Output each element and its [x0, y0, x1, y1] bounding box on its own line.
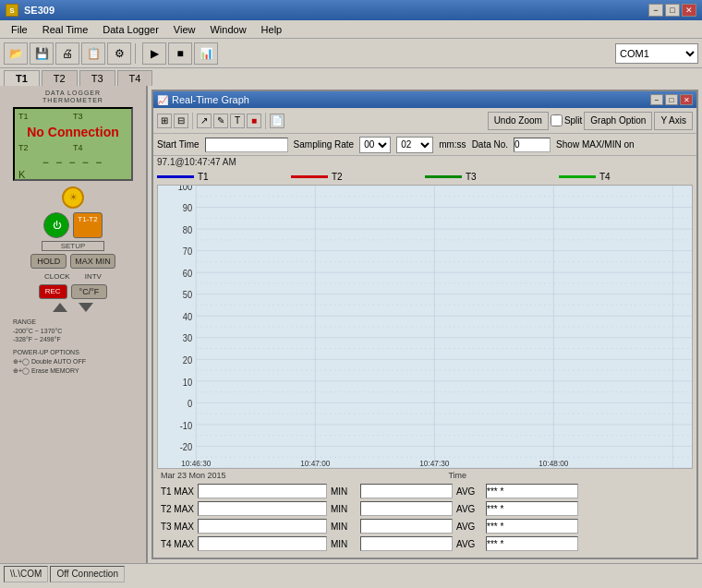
- t4-avg-input[interactable]: [486, 536, 578, 551]
- svg-text:10: 10: [183, 377, 193, 388]
- t1-avg-input[interactable]: [486, 484, 578, 498]
- graph-panel: 📈 Real-Time Graph − □ ✕ ⊞ ⊟ ↗ ✎ T ■: [148, 86, 702, 563]
- tab-t2[interactable]: T2: [42, 70, 78, 86]
- graph-maximize-button[interactable]: □: [665, 94, 678, 105]
- y-axis-button[interactable]: Y Axis: [654, 112, 693, 130]
- ch1-line: [157, 175, 194, 178]
- color-icon[interactable]: ■: [247, 114, 261, 128]
- t4-min-input[interactable]: [360, 536, 453, 551]
- play-button[interactable]: ▶: [142, 42, 166, 65]
- graph-window: 📈 Real-Time Graph − □ ✕ ⊞ ⊟ ↗ ✎ T ■: [151, 90, 698, 559]
- data-table: T1 MAX MIN AVG T2 MAX MIN AVG: [153, 480, 696, 558]
- t1-max-input[interactable]: [198, 484, 327, 498]
- ch4-legend: T4: [559, 172, 693, 182]
- menu-view[interactable]: View: [166, 22, 203, 37]
- max-min-button[interactable]: MAX MIN: [70, 254, 115, 269]
- menu-file[interactable]: File: [4, 22, 35, 37]
- minimize-button[interactable]: −: [648, 4, 663, 17]
- setup-label: SETUP: [42, 241, 105, 251]
- rate-select1[interactable]: 00 01 02: [359, 137, 391, 153]
- temp-unit-button[interactable]: °C/°F: [71, 284, 108, 299]
- tab-t1[interactable]: T1: [4, 70, 40, 86]
- new-icon[interactable]: 📄: [270, 114, 284, 128]
- svg-text:80: 80: [183, 224, 193, 235]
- t2-avg-input[interactable]: [486, 501, 578, 516]
- t4-max-label: T4 MAX: [157, 539, 194, 549]
- svg-text:70: 70: [183, 246, 193, 258]
- menu-help[interactable]: Help: [254, 22, 290, 37]
- menu-realtime[interactable]: Real Time: [35, 22, 96, 37]
- split-checkbox-wrap: Split: [551, 114, 582, 126]
- menu-datalogger[interactable]: Data Logger: [95, 22, 166, 37]
- data-row-t4: T4 MAX MIN AVG: [157, 536, 693, 551]
- t3-avg-input[interactable]: [486, 519, 578, 534]
- ch4-label: T4: [599, 172, 611, 182]
- rec-button[interactable]: REC: [39, 284, 67, 299]
- title-bar: S SE309 − □ ✕: [0, 0, 702, 20]
- ch-t3-label: T3: [73, 112, 127, 121]
- t2-max-input[interactable]: [198, 501, 327, 516]
- print-button[interactable]: 🖨: [55, 42, 79, 65]
- pencil-icon[interactable]: ✎: [213, 114, 228, 128]
- menu-bar: File Real Time Data Logger View Window H…: [0, 20, 702, 39]
- power-button[interactable]: ⏻: [43, 212, 69, 238]
- t2-min-input[interactable]: [360, 501, 453, 516]
- copy-button[interactable]: 📋: [81, 42, 105, 65]
- com-select[interactable]: COM1 COM2 COM3 COM4: [615, 43, 698, 64]
- close-button[interactable]: ✕: [682, 4, 696, 17]
- data-row-t1: T1 MAX MIN AVG: [157, 484, 693, 498]
- graph-close-button[interactable]: ✕: [680, 94, 693, 105]
- data-no-input[interactable]: [514, 138, 551, 152]
- tab-t3[interactable]: T3: [79, 70, 115, 86]
- data-row-t2: T2 MAX MIN AVG: [157, 501, 693, 516]
- tab-t4[interactable]: T4: [117, 70, 153, 86]
- intv-label: INTV: [79, 272, 107, 281]
- chart-button[interactable]: 📊: [194, 42, 218, 65]
- t3-min-input[interactable]: [360, 519, 453, 534]
- grid-icon1[interactable]: ⊞: [157, 114, 172, 128]
- t4-min-label: MIN: [331, 539, 357, 549]
- menu-window[interactable]: Window: [202, 22, 253, 37]
- down-arrow-button[interactable]: [79, 303, 93, 312]
- graph-option-button[interactable]: Graph Option: [584, 112, 652, 130]
- x-axis-title: Time: [448, 471, 466, 480]
- toolbar-separator: [135, 43, 139, 64]
- graph-minimize-button[interactable]: −: [650, 94, 663, 105]
- save-button[interactable]: 💾: [30, 42, 54, 65]
- svg-text:10:47:30: 10:47:30: [419, 458, 449, 468]
- ch-t2-label: T2: [18, 143, 73, 152]
- rate-select2[interactable]: 02 05 10: [396, 137, 433, 153]
- settings-button[interactable]: ⚙: [107, 42, 131, 65]
- timestamp: 97.1@10:47:47 AM: [153, 156, 696, 168]
- split-label: Split: [564, 115, 582, 126]
- split-checkbox[interactable]: [551, 114, 563, 126]
- dashes-text: − − − − −: [42, 156, 103, 169]
- ch3-line: [425, 175, 462, 178]
- grid-icon2[interactable]: ⊟: [174, 114, 188, 128]
- open-button[interactable]: 📂: [4, 42, 28, 65]
- maximize-button[interactable]: □: [665, 4, 680, 17]
- toolbar-sep1: [192, 113, 193, 129]
- start-time-input[interactable]: [205, 138, 288, 152]
- svg-text:40: 40: [183, 311, 193, 322]
- graph-toolbar: ⊞ ⊟ ↗ ✎ T ■ 📄 Undo Zoom Split Graph Opti…: [153, 108, 696, 134]
- svg-text:10:48:00: 10:48:00: [539, 458, 568, 468]
- t1-min-input[interactable]: [360, 484, 453, 498]
- data-row-t3: T3 MAX MIN AVG: [157, 519, 693, 534]
- up-arrow-button[interactable]: [53, 303, 67, 312]
- t4-max-input[interactable]: [198, 536, 327, 551]
- text-icon[interactable]: T: [230, 114, 245, 128]
- graph-date: Mar 23 Mon 2015: [161, 471, 226, 480]
- svg-text:100: 100: [178, 186, 193, 192]
- svg-text:-10: -10: [180, 420, 193, 431]
- t1-t2-button[interactable]: T1-T2: [73, 212, 102, 238]
- ch2-line: [291, 175, 328, 178]
- sun-icon: ☀: [62, 186, 84, 209]
- undo-zoom-button[interactable]: Undo Zoom: [488, 112, 549, 130]
- stop-button[interactable]: ■: [168, 42, 192, 65]
- t3-avg-label: AVG: [456, 522, 482, 532]
- range-info: RANGE -200°C ~ 1370°C -328°F ~ 2498°F: [13, 318, 133, 344]
- cursor-icon[interactable]: ↗: [197, 114, 212, 128]
- hold-button[interactable]: HOLD: [30, 254, 67, 269]
- t3-max-input[interactable]: [198, 519, 327, 534]
